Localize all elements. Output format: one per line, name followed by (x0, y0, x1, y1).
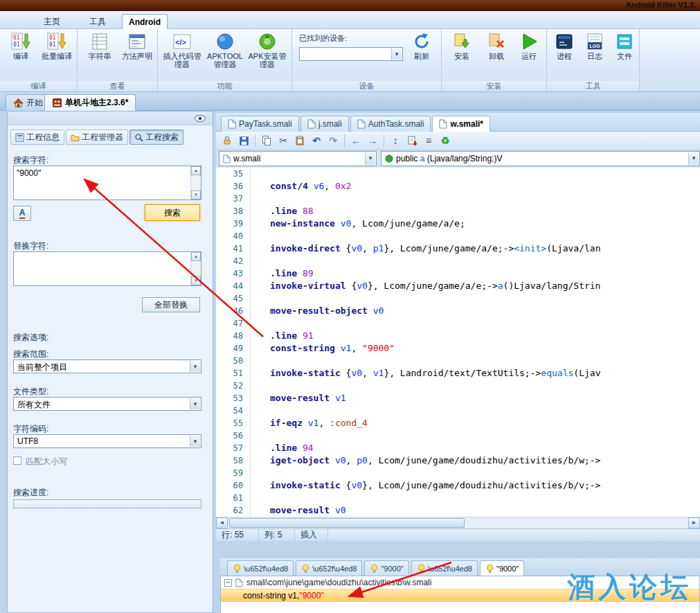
chevron-down-icon[interactable] (365, 152, 375, 165)
chevron-down-icon[interactable] (190, 398, 200, 409)
collapse-icon[interactable] (224, 579, 232, 587)
run-button[interactable]: 运行 (514, 32, 544, 60)
chevron-down-icon[interactable] (391, 48, 402, 60)
code-line: 50 (216, 355, 700, 367)
scroll-up-icon[interactable] (191, 166, 201, 175)
toolbar-separator (344, 134, 345, 147)
android-killer-window: Android Killer V1.3. 主页 工具 Android 0101 … (0, 0, 700, 613)
scroll-down-icon[interactable] (191, 190, 201, 199)
result-file-path: smali\com\june\game\doudizhu\activities\… (246, 578, 431, 587)
encoding-select[interactable]: UTF8 (13, 434, 201, 448)
apktool-manager-button[interactable]: APKTOOL管理器 (205, 32, 245, 69)
search-input-value: "9000" (17, 168, 189, 178)
install-button[interactable]: 安装 (446, 32, 478, 60)
search-input[interactable]: "9000" (13, 166, 201, 200)
code-editor[interactable]: 3536const/4 v6, 0x23738.line 8839new-ins… (216, 168, 700, 517)
process-button[interactable]: 进程 (550, 32, 579, 60)
search-button[interactable]: 搜索 (145, 204, 200, 221)
batch-compile-button[interactable]: 0101 批量编译 (40, 32, 73, 60)
eye-icon[interactable] (193, 113, 207, 123)
file-select[interactable]: w.smali (219, 151, 377, 166)
scroll-up-icon[interactable] (191, 252, 201, 261)
result-tab[interactable]: \u652f\u4ed8 (411, 560, 478, 576)
code-line: 41invoke-direct {v0, p1}, Lcom/june/game… (216, 242, 700, 255)
file-icon (439, 119, 447, 129)
match-case-checkbox[interactable] (13, 456, 21, 465)
files-icon (615, 32, 634, 51)
insert-code-button[interactable]: </> 插入代码管理器 (162, 32, 202, 69)
uninstall-button[interactable]: 卸载 (481, 32, 512, 60)
paste-icon (294, 135, 305, 146)
tab-project[interactable]: 单机斗地主2.3.6* (44, 94, 136, 111)
paste-button[interactable] (292, 133, 307, 148)
tab-project-search[interactable]: 工程搜索 (129, 130, 183, 145)
install-icon (452, 32, 472, 51)
device-select[interactable] (299, 47, 403, 61)
file-tab[interactable]: j.smali (300, 116, 349, 132)
code-line: 62move-result v0 (216, 504, 700, 517)
lock-button[interactable] (219, 133, 235, 148)
scroll-right-icon[interactable] (688, 517, 700, 528)
horizontal-scrollbar[interactable] (216, 517, 700, 528)
result-tab[interactable]: \u652f\u4ed8 (227, 560, 294, 576)
back-button[interactable]: ← (348, 133, 364, 148)
save-icon (239, 136, 249, 146)
compile-button[interactable]: 0101 编译 (4, 32, 37, 60)
recycle-button[interactable]: ♻ (438, 133, 453, 148)
font-button[interactable]: A (13, 206, 31, 221)
export-icon (406, 135, 418, 146)
chevron-down-icon[interactable] (688, 152, 699, 165)
menu-tab-android[interactable]: Android (122, 14, 168, 29)
result-tab[interactable]: "9000" (480, 560, 524, 576)
code-line: 55if-eqz v1, :cond_4 (216, 417, 700, 429)
scroll-down-icon[interactable] (191, 276, 201, 285)
undo-button[interactable]: ↶ (309, 133, 324, 148)
list-button[interactable]: ≡ (421, 133, 436, 148)
search-scope-select[interactable]: 当前整个项目 (13, 359, 201, 373)
menu-tab-home[interactable]: 主页 (30, 14, 73, 29)
apk-install-manager-button[interactable]: APK安装管理器 (248, 32, 287, 69)
redo-button[interactable]: ↷ (325, 133, 341, 148)
tab-project-manager[interactable]: 工程管理器 (66, 130, 128, 145)
search-progress-label: 搜索进度: (13, 487, 48, 499)
chevron-down-icon[interactable] (190, 436, 200, 447)
file-tab[interactable]: w.smali* (432, 116, 490, 132)
save-button[interactable] (236, 133, 251, 148)
run-icon (519, 32, 539, 51)
chevron-down-icon[interactable] (190, 361, 200, 372)
code-line: 52 (216, 380, 700, 392)
result-tab[interactable]: "9000" (364, 560, 409, 576)
strings-icon (90, 32, 109, 51)
file-type-select[interactable]: 所有文件 (13, 397, 201, 411)
sort-button[interactable]: ↕ (388, 133, 403, 148)
bulb-icon (370, 564, 379, 574)
files-button[interactable]: 文件 (611, 32, 638, 60)
export-button[interactable] (404, 133, 420, 148)
code-line: 44invoke-virtual {v0}, Lcom/june/game/a/… (216, 280, 700, 292)
menu-tab-tools[interactable]: 工具 (76, 14, 119, 29)
editor-combo-row: w.smali public a (Ljava/lang/String;)V (216, 150, 700, 168)
strings-button[interactable]: 字符串 (82, 32, 118, 60)
search-input-scrollbar[interactable] (190, 166, 201, 199)
tab-project-info[interactable]: 工程信息 (10, 130, 64, 145)
copy-button[interactable] (259, 133, 274, 148)
code-line: 58iget-object v0, p0, Lcom/june/game/dou… (216, 454, 700, 467)
cut-button[interactable]: ✂ (276, 133, 291, 148)
code-line: 60invoke-static {v0}, Lcom/june/game/dou… (216, 479, 700, 492)
replace-all-button[interactable]: 全部替换 (142, 297, 200, 312)
svg-text:01: 01 (13, 42, 20, 48)
scroll-left-icon[interactable] (216, 517, 228, 528)
result-tab[interactable]: \u652f\u4ed8 (296, 560, 362, 576)
file-tab[interactable]: AuthTask.smali (350, 116, 431, 132)
file-tab[interactable]: PayTask.smali (221, 116, 299, 132)
file-icon (223, 154, 231, 163)
scrollbar-thumb[interactable] (229, 518, 465, 528)
refresh-button[interactable]: 刷新 (406, 32, 438, 60)
method-select[interactable]: public a (Ljava/lang/String;)V (381, 151, 700, 166)
replace-input[interactable] (13, 251, 201, 286)
method-declaration-button[interactable]: 方法声明 (119, 32, 155, 60)
replace-input-scrollbar[interactable] (190, 252, 201, 285)
svg-text:</>: </> (175, 38, 186, 46)
log-button[interactable]: LOG 日志 (580, 32, 609, 60)
forward-button[interactable]: → (365, 133, 380, 148)
